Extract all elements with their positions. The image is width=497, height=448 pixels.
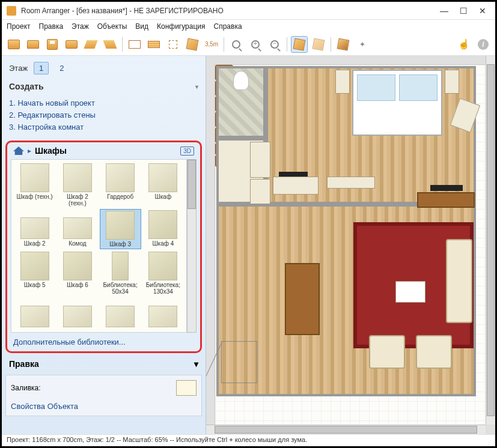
breadcrumb-arrow-icon: ▸ bbox=[28, 147, 31, 155]
collapse-icon: ▾ bbox=[194, 359, 198, 369]
library-item[interactable]: Гардероб bbox=[100, 162, 141, 208]
select-tool-button[interactable] bbox=[165, 36, 181, 53]
library-grid: Шкаф (техн.) Шкаф 2 (техн.) Гардероб Шка… bbox=[11, 159, 187, 333]
wardrobe-object[interactable] bbox=[250, 142, 270, 178]
print-button[interactable] bbox=[63, 36, 80, 53]
menu-config[interactable]: Конфигурация bbox=[157, 22, 206, 31]
tv-object[interactable] bbox=[430, 185, 463, 191]
library-item[interactable]: Библиотека; 50x34 bbox=[100, 250, 141, 296]
library-panel: ▸ Шкафы 3D Шкаф (техн.) Шкаф 2 (техн.) Г… bbox=[5, 141, 202, 353]
title-bar: Room Arranger - [без названия*] - НЕ ЗАР… bbox=[2, 2, 495, 20]
desk-object[interactable] bbox=[273, 177, 319, 195]
view-3d-button[interactable] bbox=[291, 36, 308, 53]
library-3d-toggle[interactable]: 3D bbox=[180, 147, 194, 156]
app-icon bbox=[7, 6, 16, 16]
nightstand-object[interactable] bbox=[335, 70, 350, 94]
zoom-out-button[interactable] bbox=[266, 36, 283, 53]
library-item[interactable]: Шкаф 6 bbox=[56, 250, 98, 296]
render-button[interactable] bbox=[335, 36, 352, 53]
canvas-area bbox=[206, 56, 495, 434]
window-title: Room Arranger - [без названия*] - НЕ ЗАР… bbox=[21, 7, 440, 15]
library-item[interactable]: Шкаф 2 (техн.) bbox=[56, 162, 98, 208]
library-item[interactable]: Комод bbox=[56, 209, 98, 249]
door-object[interactable] bbox=[221, 341, 257, 383]
armchair-object[interactable] bbox=[416, 335, 452, 369]
menu-help[interactable]: Справка bbox=[214, 22, 242, 31]
status-bar: Проект: 1168cm x 700cm, Этаж: 1/2 -- Мас… bbox=[2, 434, 495, 446]
wardrobe-object[interactable] bbox=[250, 179, 270, 204]
sofa-object[interactable] bbox=[446, 239, 472, 323]
create-list: 1. Начать новый проект 2. Редактировать … bbox=[5, 96, 202, 138]
canvas-horizontal-scrollbar[interactable] bbox=[206, 425, 486, 434]
create-edit-walls[interactable]: 2. Редактировать стены bbox=[9, 109, 198, 121]
library-item[interactable] bbox=[142, 297, 184, 330]
measure-tool-button[interactable]: 3,5m bbox=[203, 36, 220, 53]
monitor-object[interactable] bbox=[279, 172, 308, 177]
fill-swatch[interactable] bbox=[176, 380, 197, 396]
library-item-selected[interactable]: Шкаф 3 bbox=[100, 209, 141, 249]
more-libraries-link[interactable]: Дополнительные библиотеки... bbox=[11, 333, 197, 348]
library-item[interactable]: Шкаф 4 bbox=[142, 209, 184, 249]
bookshelf-object[interactable] bbox=[327, 177, 375, 189]
minimize-button[interactable]: — bbox=[440, 6, 448, 16]
sidebar: Этаж 1 2 Создать ▾ 1. Начать новый проек… bbox=[2, 56, 206, 434]
toilet-object[interactable] bbox=[233, 71, 249, 90]
floorplan-canvas[interactable] bbox=[215, 64, 487, 426]
object-properties-link[interactable]: Свойства Объекта bbox=[11, 402, 197, 411]
wall-tool-button[interactable] bbox=[126, 36, 143, 53]
library-item[interactable]: Библиотека; 130x34 bbox=[142, 250, 184, 296]
floor-1-button[interactable]: 1 bbox=[34, 62, 49, 74]
collapse-icon: ▾ bbox=[195, 83, 198, 90]
dining-table-object[interactable] bbox=[285, 263, 320, 335]
menu-edit[interactable]: Правка bbox=[39, 22, 64, 31]
fill-label: Заливка: bbox=[11, 384, 41, 392]
create-new-project[interactable]: 1. Начать новый проект bbox=[9, 97, 198, 109]
redo-button[interactable] bbox=[102, 36, 118, 53]
touch-button[interactable]: ☝ bbox=[456, 36, 472, 53]
library-item[interactable] bbox=[56, 297, 98, 330]
open-button[interactable] bbox=[25, 36, 41, 53]
library-item[interactable]: Шкаф 5 bbox=[14, 250, 55, 296]
menu-view[interactable]: Вид bbox=[135, 22, 148, 31]
home-icon[interactable] bbox=[13, 147, 24, 155]
floor-2-button[interactable]: 2 bbox=[55, 62, 69, 74]
object-tool-button[interactable] bbox=[184, 36, 201, 53]
create-section-title: Создать bbox=[9, 82, 44, 91]
close-button[interactable]: ✕ bbox=[478, 6, 487, 16]
library-scrollbar[interactable] bbox=[187, 159, 197, 333]
library-category-title: Шкафы bbox=[35, 146, 67, 156]
coffee-table-object[interactable] bbox=[395, 281, 425, 303]
floor-label: Этаж bbox=[9, 64, 28, 73]
view-walk-button[interactable] bbox=[310, 36, 327, 53]
create-section-header[interactable]: Создать ▾ bbox=[5, 79, 202, 94]
library-item[interactable] bbox=[100, 297, 141, 330]
library-item[interactable]: Шкаф 2 bbox=[14, 209, 55, 249]
light-button[interactable]: ✦ bbox=[354, 36, 371, 53]
undo-button[interactable] bbox=[82, 36, 99, 53]
menu-floor[interactable]: Этаж bbox=[72, 22, 89, 31]
floor-selector: Этаж 1 2 bbox=[5, 59, 202, 77]
zoom-fit-button[interactable] bbox=[228, 36, 245, 53]
info-button[interactable]: i bbox=[475, 36, 492, 53]
library-item[interactable]: Шкаф bbox=[142, 162, 184, 208]
bed-object[interactable] bbox=[352, 70, 442, 136]
new-button[interactable] bbox=[5, 36, 22, 53]
edit-section-header[interactable]: Правка ▾ bbox=[5, 356, 202, 372]
save-button[interactable] bbox=[44, 36, 61, 53]
create-room-setup[interactable]: 3. Настройка комнат bbox=[9, 121, 198, 133]
menu-bar: Проект Правка Этаж Объекты Вид Конфигура… bbox=[2, 20, 495, 33]
canvas-vertical-scrollbar[interactable] bbox=[486, 56, 495, 425]
armchair-object[interactable] bbox=[369, 335, 405, 369]
library-item[interactable]: Шкаф (техн.) bbox=[14, 162, 55, 208]
zoom-in-button[interactable] bbox=[247, 36, 264, 53]
bricks-tool-button[interactable] bbox=[145, 36, 162, 53]
edit-section-body: Заливка: Свойства Объекта bbox=[5, 375, 202, 416]
menu-project[interactable]: Проект bbox=[7, 22, 31, 31]
tv-stand-object[interactable] bbox=[417, 192, 475, 208]
toolbar: 3,5m ✦ ☝ i bbox=[2, 33, 495, 56]
library-item[interactable] bbox=[14, 297, 55, 330]
maximize-button[interactable]: ☐ bbox=[459, 6, 468, 16]
nightstand-object[interactable] bbox=[445, 70, 459, 94]
menu-objects[interactable]: Объекты bbox=[97, 22, 127, 31]
